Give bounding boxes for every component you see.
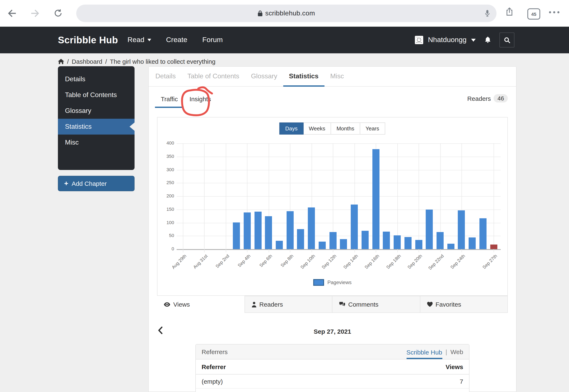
breadcrumb-dashboard[interactable]: Dashboard	[72, 58, 102, 65]
y-axis-tick: 300	[157, 167, 174, 172]
back-icon[interactable]	[8, 9, 17, 18]
tab-details[interactable]: Details	[150, 67, 182, 87]
referrers-table: Referrer Views (empty)7https://www.scrib…	[196, 360, 469, 392]
source-separator: |	[445, 348, 447, 355]
nav-link-label: Forum	[202, 36, 223, 44]
nav-link-create[interactable]: Create	[166, 36, 187, 44]
legend-swatch	[313, 279, 324, 286]
notifications-icon[interactable]	[485, 37, 491, 43]
chart-card: DaysWeeksMonthsYears 0501001502002503003…	[157, 117, 508, 296]
bar-sep-4th	[244, 213, 251, 249]
chevron-down-icon	[147, 39, 151, 41]
sidebar-item-glossary[interactable]: Glossary	[58, 103, 135, 119]
metric-tab-label: Readers	[259, 301, 283, 308]
subtab-insights[interactable]: Insights	[184, 91, 217, 108]
bar-sep-21st	[426, 210, 433, 249]
username[interactable]: Nhatduongg	[428, 36, 467, 44]
bar-sep-24th	[458, 210, 465, 249]
tab-glossary[interactable]: Glossary	[245, 67, 283, 87]
main-tabs: DetailsTable of ContentsGlossaryStatisti…	[149, 67, 516, 87]
story-sidebar: DetailsTable of ContentsGlossaryStatisti…	[58, 66, 135, 170]
heart-icon	[427, 302, 432, 307]
views-value: 7	[460, 378, 463, 385]
reload-icon[interactable]	[54, 9, 62, 17]
sidebar-item-label: Details	[65, 75, 85, 83]
screen: scribblehub.com 45 Scribble Hub ReadCrea…	[0, 0, 569, 392]
plus-icon: +	[64, 180, 68, 187]
gridline-y	[177, 249, 501, 250]
subtab-traffic[interactable]: Traffic	[155, 91, 184, 108]
y-axis-tick: 100	[157, 220, 174, 225]
main-panel: DetailsTable of ContentsGlossaryStatisti…	[148, 66, 516, 392]
gridline-y	[177, 210, 501, 210]
nav-link-read[interactable]: Read	[127, 36, 151, 44]
referrers-table-header: Referrer Views	[196, 360, 469, 375]
referrer-value: (empty)	[202, 378, 223, 385]
metric-tab-readers[interactable]: Readers	[244, 296, 333, 313]
home-icon[interactable]	[58, 59, 64, 64]
sidebar-item-statistics[interactable]: Statistics	[58, 119, 135, 135]
readers-count: 46	[494, 94, 508, 102]
chart-legend: Pageviews	[157, 279, 507, 286]
sidebar-item-label: Statistics	[65, 123, 92, 130]
tab-table-of-contents[interactable]: Table of Contents	[182, 67, 245, 87]
bar-sep-15th	[361, 231, 369, 249]
bar-sep-23rd	[447, 244, 454, 249]
bar-sep-22nd	[437, 232, 444, 249]
subtab-row: TrafficInsights Readers 46	[149, 91, 516, 108]
microphone-icon[interactable]	[485, 10, 490, 18]
metric-tab-label: Views	[173, 301, 190, 308]
gridline-x	[183, 143, 183, 252]
breadcrumb: / Dashboard / The girl who liked to coll…	[58, 58, 215, 65]
tabs-icon[interactable]: 45	[527, 8, 540, 20]
gridline-y	[177, 223, 501, 223]
bar-sep-27th	[490, 244, 497, 249]
search-button[interactable]	[500, 32, 514, 47]
metric-tab-favorites[interactable]: Favorites	[420, 296, 508, 313]
source-link-web[interactable]: Web	[450, 348, 463, 355]
user-caret-icon[interactable]	[471, 39, 476, 42]
y-axis-tick: 350	[157, 154, 174, 159]
breadcrumb-separator: /	[67, 58, 69, 65]
nav-link-label: Read	[127, 36, 144, 44]
bar-sep-10th	[308, 207, 315, 249]
metric-tab-label: Favorites	[435, 301, 461, 308]
subtab-label: Traffic	[161, 95, 178, 102]
metric-tab-comments[interactable]: Comments	[332, 296, 420, 313]
nav-link-forum[interactable]: Forum	[202, 36, 223, 44]
gridline-x	[226, 143, 226, 252]
bar-sep-16th	[372, 149, 379, 249]
col-referrer: Referrer	[202, 363, 226, 370]
tab-statistics[interactable]: Statistics	[283, 67, 324, 87]
metric-tab-views[interactable]: Views	[157, 296, 245, 313]
sidebar-item-misc[interactable]: Misc	[58, 135, 135, 150]
eye-icon	[164, 302, 170, 307]
bar-sep-11th	[319, 241, 326, 249]
referrers-rows: (empty)7https://www.scribblehub.com/tag/…	[196, 375, 469, 392]
bar-sep-14th	[351, 204, 358, 249]
browser-toolbar: scribblehub.com 45	[0, 0, 569, 27]
tab-misc[interactable]: Misc	[324, 67, 350, 87]
bar-sep-7th	[276, 241, 283, 249]
bar-sep-13th	[340, 239, 347, 249]
chart-plot: 050100150200250300350400Aug 29thAug 31st…	[157, 117, 507, 295]
legend-label: Pageviews	[327, 280, 352, 285]
referrers-title: Referrers	[202, 348, 228, 355]
gridline-x	[204, 143, 205, 252]
add-chapter-button[interactable]: + Add Chapter	[58, 176, 135, 191]
more-icon[interactable]	[549, 11, 559, 13]
y-axis-tick: 400	[157, 140, 174, 145]
source-link-scribble-hub[interactable]: Scribble Hub	[406, 349, 442, 359]
bar-sep-26th	[479, 218, 486, 249]
sidebar-item-details[interactable]: Details	[58, 71, 135, 87]
address-bar[interactable]: scribblehub.com	[76, 5, 497, 22]
share-icon[interactable]	[506, 7, 513, 16]
tab-count: 45	[531, 12, 537, 16]
avatar[interactable]	[415, 36, 423, 44]
bar-sep-12th	[329, 232, 336, 249]
site-logo[interactable]: Scribble Hub	[58, 27, 118, 53]
gridline-y	[177, 170, 501, 170]
sidebar-item-table-of-contents[interactable]: Table of Contents	[58, 87, 135, 103]
forward-icon[interactable]	[30, 9, 40, 18]
user-cluster: Nhatduongg	[415, 27, 514, 53]
